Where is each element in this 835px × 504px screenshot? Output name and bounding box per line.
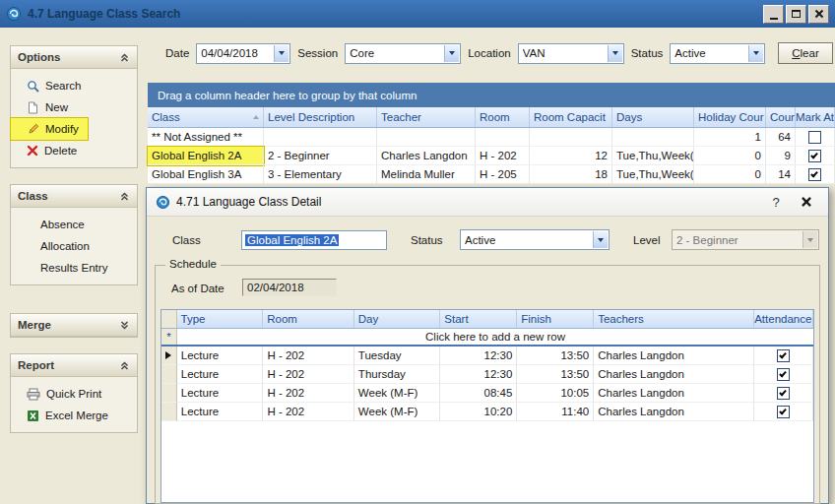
class-input[interactable]: Global English 2A xyxy=(241,230,387,250)
mark-attendance-cell[interactable] xyxy=(796,128,835,147)
type-cell: Lecture xyxy=(177,384,264,403)
sidebar-item-new[interactable]: New xyxy=(11,96,137,118)
class-name-cell[interactable]: Global English 3A xyxy=(148,165,264,184)
checkbox-icon[interactable] xyxy=(808,150,821,162)
chevron-down-icon[interactable] xyxy=(608,45,622,62)
clear-button[interactable]: Clear xyxy=(778,42,833,64)
class-panel-header[interactable]: Class xyxy=(11,185,137,208)
sidebar-item-search[interactable]: Search xyxy=(11,75,137,96)
column-header-label: Teachers xyxy=(598,313,644,325)
session-select[interactable]: Core xyxy=(345,43,461,64)
column-header-finish[interactable]: Finish xyxy=(517,310,594,328)
chevron-down-icon[interactable] xyxy=(444,45,459,62)
sidebar-item-label: Search xyxy=(45,80,81,92)
status-select[interactable]: Active xyxy=(670,43,765,64)
options-panel-header[interactable]: Options xyxy=(11,46,137,69)
row-selector[interactable] xyxy=(161,346,177,365)
options-panel-title: Options xyxy=(18,51,60,63)
checkbox-icon[interactable] xyxy=(777,368,790,381)
column-header-start[interactable]: Start xyxy=(440,310,517,328)
new-row-hint[interactable]: Click here to add a new row xyxy=(177,329,813,345)
checkbox-icon[interactable] xyxy=(808,168,821,181)
schedule-grid-rows: LectureH - 202Tuesday12:3013:50Charles L… xyxy=(161,346,813,421)
checkbox-icon[interactable] xyxy=(777,349,790,362)
class-name-cell[interactable]: ** Not Assigned ** xyxy=(148,128,264,147)
minimize-button[interactable] xyxy=(763,5,784,24)
checkbox-icon[interactable] xyxy=(808,131,821,144)
mark-attendance-cell[interactable] xyxy=(796,147,835,165)
column-header-teacher[interactable]: Teacher xyxy=(377,107,476,127)
sidebar-item-delete[interactable]: Delete xyxy=(11,140,137,161)
location-select[interactable]: VAN xyxy=(518,43,624,64)
merge-panel-header[interactable]: Merge xyxy=(11,314,137,337)
dialog-close-button[interactable] xyxy=(794,191,819,213)
column-header-mark-attendance[interactable]: Mark At xyxy=(796,107,835,127)
holiday-courses-cell: 1 xyxy=(694,128,766,147)
date-select[interactable]: 04/04/2018 xyxy=(196,43,290,64)
check-icon xyxy=(779,350,787,358)
sidebar-item-allocation[interactable]: Allocation xyxy=(11,235,137,257)
class-row[interactable]: ** Not Assigned **164 xyxy=(148,128,835,147)
status-value: Active xyxy=(674,47,705,59)
chevron-down-icon[interactable] xyxy=(119,320,130,331)
checkbox-icon[interactable] xyxy=(777,406,790,418)
schedule-row[interactable]: LectureH - 202Tuesday12:3013:50Charles L… xyxy=(161,346,813,365)
class-name-cell[interactable]: Global English 2A xyxy=(148,147,264,165)
schedule-row[interactable]: LectureH - 202Thursday12:3013:50Charles … xyxy=(161,365,813,384)
dialog-level-select: 2 - Beginner xyxy=(672,229,819,250)
maximize-button[interactable] xyxy=(786,5,806,24)
column-header-days[interactable]: Days xyxy=(612,107,694,127)
group-by-bar[interactable]: Drag a column header here to group by th… xyxy=(148,83,835,107)
column-header-room[interactable]: Room xyxy=(263,310,353,328)
attendance-cell[interactable] xyxy=(754,346,813,365)
column-header-type[interactable]: Type xyxy=(177,310,264,328)
close-button[interactable] xyxy=(808,5,829,24)
chevron-down-icon[interactable] xyxy=(748,45,763,62)
chevron-up-icon[interactable] xyxy=(119,191,130,202)
attendance-cell[interactable] xyxy=(754,384,813,403)
new-row-marker: * xyxy=(161,329,177,345)
row-selector[interactable] xyxy=(161,365,177,384)
dialog-status-select[interactable]: Active xyxy=(460,229,610,250)
column-header-day[interactable]: Day xyxy=(354,310,441,328)
chevron-down-icon[interactable] xyxy=(274,45,289,62)
row-selector[interactable] xyxy=(161,384,177,403)
column-header-room-capacity[interactable]: Room Capacit xyxy=(530,107,612,127)
column-header-count[interactable]: Count xyxy=(766,107,796,127)
days-cell xyxy=(612,128,694,147)
checkbox-icon[interactable] xyxy=(777,387,790,400)
column-header-room[interactable]: Room xyxy=(476,107,530,127)
column-header-teachers[interactable]: Teachers xyxy=(594,310,753,328)
sidebar-item-absence[interactable]: Absence xyxy=(11,214,137,235)
column-header-label: Days xyxy=(616,111,642,123)
attendance-cell[interactable] xyxy=(754,365,813,384)
new-row[interactable]: * Click here to add a new row xyxy=(161,329,813,346)
chevron-up-icon[interactable] xyxy=(119,360,130,371)
row-selector[interactable] xyxy=(161,403,177,421)
mark-attendance-cell[interactable] xyxy=(796,165,835,184)
schedule-row[interactable]: LectureH - 202Week (M-F)08:4510:05Charle… xyxy=(161,384,813,403)
type-cell: Lecture xyxy=(177,365,264,384)
triangle-glyph xyxy=(753,51,759,55)
triangle-glyph xyxy=(449,51,455,55)
class-row[interactable]: Global English 2A2 - BeginnerCharles Lan… xyxy=(148,147,835,165)
help-button[interactable]: ? xyxy=(764,195,788,210)
class-row[interactable]: Global English 3A3 - ElementaryMelinda M… xyxy=(148,165,835,184)
column-header-class[interactable]: Class xyxy=(148,107,264,127)
column-header-holiday-courses[interactable]: Holiday Cour xyxy=(694,107,766,127)
level-cell: 3 - Elementary xyxy=(264,165,377,184)
chevron-down-icon[interactable] xyxy=(593,231,608,248)
report-panel-header[interactable]: Report xyxy=(11,354,137,377)
sidebar-item-label: Modify xyxy=(45,123,79,135)
column-header-level[interactable]: Level Description xyxy=(264,107,377,127)
schedule-row[interactable]: LectureH - 202Week (M-F)10:2011:40Charle… xyxy=(161,403,813,421)
sidebar-item-excel-merge[interactable]: Excel Merge xyxy=(11,405,137,426)
column-header-attendance[interactable]: Attendance xyxy=(754,310,813,328)
sidebar-item-quick-print[interactable]: Quick Print xyxy=(11,383,137,405)
check-icon xyxy=(779,388,787,396)
attendance-cell[interactable] xyxy=(754,403,813,421)
sidebar-item-modify[interactable]: Modify xyxy=(11,118,88,140)
sidebar-item-results-entry[interactable]: Results Entry xyxy=(11,257,137,279)
chevron-up-icon[interactable] xyxy=(119,52,130,63)
row-selector-header xyxy=(161,310,177,328)
